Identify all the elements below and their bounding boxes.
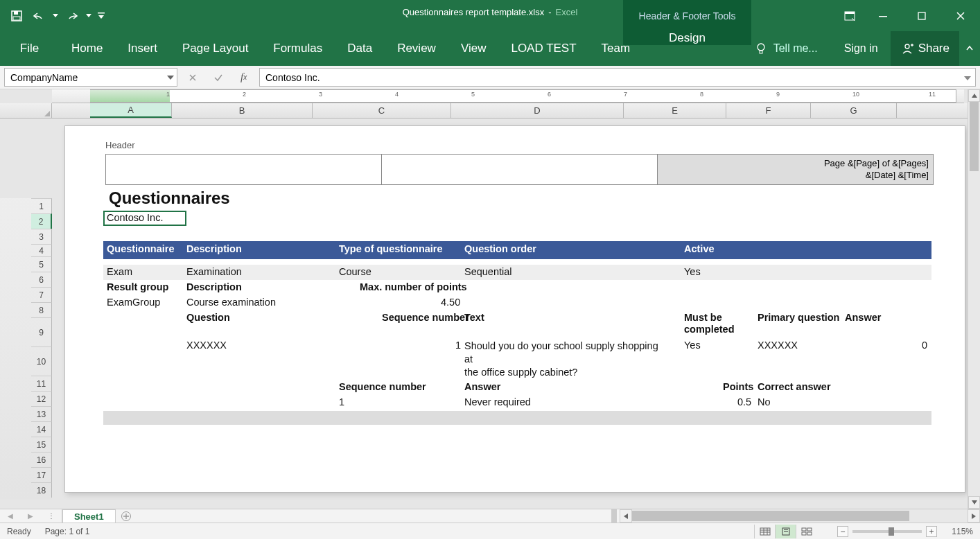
vertical-scrollbar[interactable]	[968, 89, 980, 509]
svg-point-10	[905, 44, 909, 49]
cancel-formula-button[interactable]	[184, 70, 201, 85]
scroll-right-button[interactable]	[968, 509, 980, 523]
hscroll-track[interactable]	[632, 509, 968, 523]
collapse-ribbon-button[interactable]	[959, 44, 980, 53]
row-header-5[interactable]: 5	[31, 256, 52, 272]
save-icon[interactable]	[7, 7, 26, 25]
horizontal-ruler[interactable]: 1 2 3 4 5 6 7 8 9 10 11	[52, 89, 964, 103]
row-header-3[interactable]: 3	[31, 229, 52, 244]
cell-exam: Exam	[107, 266, 132, 277]
insert-function-button[interactable]: fx	[236, 70, 252, 85]
share-button[interactable]: Share	[891, 31, 959, 66]
customize-qat-dropdown[interactable]	[96, 7, 107, 25]
page-paper[interactable]: Header Page &[Page] of &[Pages] &[Date] …	[64, 125, 965, 493]
scroll-left-button[interactable]	[620, 509, 632, 523]
tab-data[interactable]: Data	[335, 31, 385, 66]
scroll-up-button[interactable]	[968, 89, 980, 102]
row-header-18[interactable]: 18	[31, 482, 52, 498]
column-header-f[interactable]: F	[726, 103, 811, 118]
row-header-14[interactable]: 14	[31, 421, 52, 437]
zoom-out-button[interactable]: −	[837, 526, 848, 537]
column-header-b[interactable]: B	[172, 103, 313, 118]
th-a-seq: Sequence number	[339, 381, 426, 392]
cell-answer-0: 0	[922, 340, 927, 351]
redo-dropdown[interactable]	[85, 7, 93, 25]
cell-max-value: 4.50	[441, 297, 460, 308]
vscroll-thumb[interactable]	[970, 102, 979, 171]
undo-dropdown[interactable]	[51, 7, 60, 25]
sign-in-button[interactable]: Sign in	[832, 42, 891, 55]
svg-rect-24	[807, 532, 812, 535]
row-header-10[interactable]: 10	[31, 346, 52, 376]
row-header-11[interactable]: 11	[31, 376, 52, 391]
row-header-15[interactable]: 15	[31, 437, 52, 452]
tab-nav-next-icon[interactable]: ▶	[28, 512, 33, 520]
redo-button[interactable]	[62, 7, 82, 25]
formula-input[interactable]: Contoso Inc.	[259, 68, 976, 87]
zoom-slider[interactable]	[852, 530, 922, 533]
tab-review[interactable]: Review	[385, 31, 448, 66]
page-break-view-button[interactable]	[796, 525, 816, 538]
column-header-a[interactable]: A	[90, 103, 172, 118]
tab-file[interactable]: File	[0, 31, 59, 66]
tab-view[interactable]: View	[448, 31, 499, 66]
header-left-section[interactable]	[105, 154, 381, 185]
column-header-e[interactable]: E	[624, 103, 726, 118]
cell-sequential: Sequential	[464, 266, 512, 277]
minimize-button[interactable]	[864, 0, 902, 31]
row-header-4[interactable]: 4	[31, 244, 52, 256]
zoom-slider-thumb[interactable]	[889, 527, 894, 536]
label-max-points: Max. number of points	[360, 281, 467, 292]
row-header-17[interactable]: 17	[31, 467, 52, 482]
ribbon-display-options-icon[interactable]	[836, 0, 864, 31]
tab-formulas[interactable]: Formulas	[261, 31, 335, 66]
header-right-section[interactable]: Page &[Page] of &[Pages] &[Date] &[Time]	[657, 154, 934, 185]
horizontal-scrollbar[interactable]	[620, 509, 980, 523]
normal-view-button[interactable]	[754, 525, 775, 538]
tab-design[interactable]: Design	[623, 31, 751, 45]
row-header-13[interactable]: 13	[31, 406, 52, 421]
tell-me-placeholder: Tell me...	[773, 42, 818, 55]
select-all-button[interactable]	[0, 103, 52, 118]
hscroll-thumb[interactable]	[632, 511, 909, 521]
close-button[interactable]	[941, 0, 980, 31]
header-datetime-code: &[Date] &[Time]	[662, 169, 929, 181]
tab-page-layout[interactable]: Page Layout	[170, 31, 261, 66]
undo-button[interactable]	[29, 7, 49, 25]
tell-me-search[interactable]: Tell me...	[740, 42, 832, 55]
column-header-d[interactable]: D	[451, 103, 624, 118]
sheet-tab-sheet1[interactable]: Sheet1	[62, 509, 116, 523]
row-header-16[interactable]: 16	[31, 452, 52, 467]
th-question: Question	[186, 312, 230, 323]
header-editing-area[interactable]: Page &[Page] of &[Pages] &[Date] &[Time]	[105, 154, 934, 185]
zoom-percent[interactable]: 115%	[941, 527, 973, 536]
name-box-dropdown-icon[interactable]	[167, 76, 174, 80]
row-header-2[interactable]: 2	[31, 213, 52, 229]
zoom-in-button[interactable]: +	[926, 526, 937, 537]
tab-scroll-split-handle[interactable]	[611, 509, 617, 523]
vscroll-track[interactable]	[968, 102, 980, 496]
tab-insert[interactable]: Insert	[115, 31, 170, 66]
row-header-7[interactable]: 7	[31, 287, 52, 302]
enter-formula-button[interactable]	[210, 70, 227, 85]
name-box[interactable]: CompanyName	[4, 68, 177, 87]
row-header-1[interactable]: 1	[31, 198, 52, 213]
row-header-9[interactable]: 9	[31, 317, 52, 346]
th-text: Text	[464, 312, 484, 323]
row-header-8[interactable]: 8	[31, 302, 52, 317]
column-header-g[interactable]: G	[811, 103, 897, 118]
tab-load-test[interactable]: LOAD TEST	[498, 31, 588, 66]
expand-formula-bar-icon[interactable]	[964, 74, 971, 81]
tab-home[interactable]: Home	[59, 31, 115, 66]
scroll-down-button[interactable]	[968, 496, 980, 509]
maximize-button[interactable]	[902, 0, 941, 31]
row-header-6[interactable]: 6	[31, 272, 52, 287]
tab-nav-prev-icon[interactable]: ◀	[8, 512, 13, 520]
header-center-section[interactable]	[381, 154, 657, 185]
th-description: Description	[186, 243, 242, 254]
cell-yes: Yes	[684, 266, 701, 277]
new-sheet-button[interactable]	[116, 509, 137, 523]
column-header-c[interactable]: C	[313, 103, 451, 118]
page-layout-view-button[interactable]	[775, 525, 796, 538]
row-header-12[interactable]: 12	[31, 391, 52, 406]
